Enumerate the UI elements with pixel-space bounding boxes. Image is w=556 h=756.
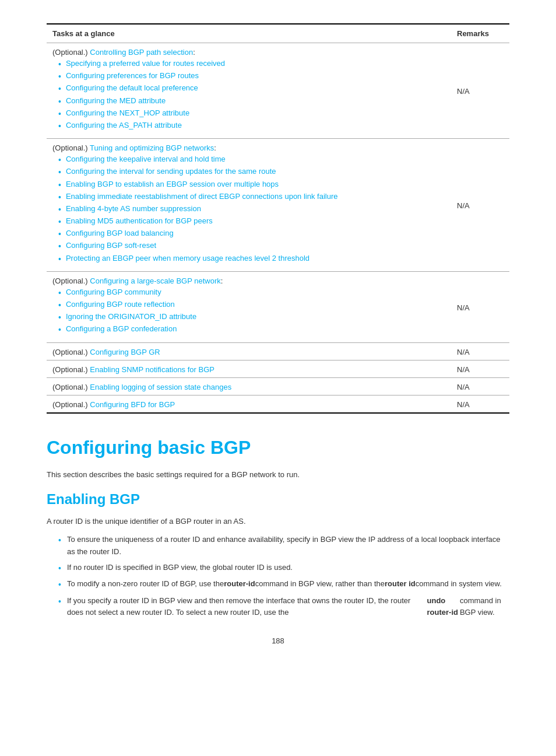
task-bullet-list: Configuring BGP communityConfiguring BGP… — [52, 288, 445, 335]
body-text-span: To modify a non-zero router ID of BGP, u… — [67, 578, 224, 590]
task-header: (Optional.) Enabling SNMP notifications … — [52, 365, 445, 374]
task-cell: (Optional.) Configuring BFD for BGP — [47, 395, 451, 413]
bullet-link[interactable]: Configuring the interval for sending upd… — [66, 167, 276, 176]
bullet-link[interactable]: Specifying a preferred value for routes … — [66, 59, 225, 68]
list-item: To modify a non-zero router ID of BGP, u… — [47, 578, 509, 591]
task-header: (Optional.) Enabling logging of session … — [52, 383, 445, 391]
bullet-link[interactable]: Ignoring the ORIGINATOR_ID attribute — [66, 312, 196, 321]
task-link[interactable]: Controlling BGP path selection — [90, 48, 193, 57]
bullet-link[interactable]: Enabling MD5 authentication for BGP peer… — [66, 216, 213, 225]
list-item: To ensure the uniqueness of a router ID … — [47, 534, 509, 558]
table-row: (Optional.) Enabling logging of session … — [47, 377, 509, 395]
remarks-cell: N/A — [451, 139, 509, 272]
task-cell: (Optional.) Configuring BGP GR — [47, 342, 451, 360]
bullet-link[interactable]: Configuring BGP load balancing — [66, 229, 174, 237]
list-item: Configuring BGP soft-reset — [52, 241, 445, 251]
bullet-link[interactable]: Configuring the default local preference — [66, 83, 198, 92]
list-item: Configuring the interval for sending upd… — [52, 167, 445, 177]
remarks-cell: N/A — [451, 342, 509, 360]
remarks-cell: N/A — [451, 271, 509, 342]
list-item: If you specify a router ID in BGP view a… — [47, 595, 509, 620]
table-row: (Optional.) Configuring BFD for BGPN/A — [47, 395, 509, 413]
table-row: (Optional.) Configuring BGP GRN/A — [47, 342, 509, 360]
bullet-link[interactable]: Enabling 4-byte AS number suppression — [66, 204, 201, 213]
list-item: Enabling MD5 authentication for BGP peer… — [52, 216, 445, 227]
list-item: Configuring the default local preference — [52, 83, 445, 94]
enabling-bgp-intro: A router ID is the unique identifier of … — [47, 516, 509, 528]
task-prefix: (Optional.) — [52, 383, 90, 391]
bullet-link[interactable]: Configuring BGP route reflection — [66, 300, 175, 309]
list-item: Configuring the NEXT_HOP attribute — [52, 108, 445, 119]
bullet-link[interactable]: Enabling BGP to establish an EBGP sessio… — [66, 180, 279, 188]
bullet-link[interactable]: Configuring a BGP confederation — [66, 324, 177, 333]
tasks-table: Tasks at a glance Remarks (Optional.) Co… — [47, 23, 509, 414]
list-item: Enabling immediate reestablishment of di… — [52, 192, 445, 202]
list-item: Enabling BGP to establish an EBGP sessio… — [52, 180, 445, 190]
list-item: Configuring a BGP confederation — [52, 324, 445, 335]
body-text-span: If no router ID is specified in BGP view… — [67, 562, 293, 574]
list-item: Protecting an EBGP peer when memory usag… — [52, 254, 445, 264]
bullet-link[interactable]: Configuring the keepalive interval and h… — [66, 155, 226, 163]
bullet-link[interactable]: Configuring BGP soft-reset — [66, 241, 156, 250]
table-row: (Optional.) Controlling BGP path selecti… — [47, 43, 509, 139]
bold-text: router-id — [224, 578, 255, 590]
task-suffix: : — [214, 144, 216, 152]
task-cell: (Optional.) Controlling BGP path selecti… — [47, 43, 451, 139]
page-container: Tasks at a glance Remarks (Optional.) Co… — [0, 0, 556, 680]
bullet-link[interactable]: Configuring the NEXT_HOP attribute — [66, 108, 189, 117]
task-prefix: (Optional.) — [52, 48, 90, 57]
task-suffix: : — [193, 48, 195, 57]
task-link[interactable]: Configuring BFD for BGP — [90, 400, 175, 409]
main-section-description: This section describes the basic setting… — [47, 469, 509, 481]
task-cell: (Optional.) Enabling logging of session … — [47, 377, 451, 395]
remarks-cell: N/A — [451, 377, 509, 395]
list-item: Ignoring the ORIGINATOR_ID attribute — [52, 312, 445, 323]
task-cell: (Optional.) Tuning and optimizing BGP ne… — [47, 139, 451, 272]
list-item: Configuring BGP community — [52, 288, 445, 298]
list-item: Configuring the keepalive interval and h… — [52, 155, 445, 165]
table-row: (Optional.) Configuring a large-scale BG… — [47, 271, 509, 342]
body-text-span: To ensure the uniqueness of a router ID … — [67, 534, 509, 558]
task-suffix: : — [221, 276, 223, 285]
task-link[interactable]: Enabling SNMP notifications for BGP — [90, 365, 214, 374]
table-row: (Optional.) Tuning and optimizing BGP ne… — [47, 139, 509, 272]
task-prefix: (Optional.) — [52, 365, 90, 374]
list-item: Enabling 4-byte AS number suppression — [52, 204, 445, 215]
task-header: (Optional.) Configuring BGP GR — [52, 348, 445, 356]
sub-heading: Enabling BGP — [47, 491, 509, 508]
remarks-cell: N/A — [451, 395, 509, 413]
bullet-link[interactable]: Configuring BGP community — [66, 288, 161, 296]
task-prefix: (Optional.) — [52, 144, 90, 152]
bullet-link[interactable]: Configuring the MED attribute — [66, 96, 166, 105]
task-link[interactable]: Configuring BGP GR — [90, 348, 160, 356]
task-prefix: (Optional.) — [52, 400, 90, 409]
list-item: Configuring BGP load balancing — [52, 229, 445, 239]
list-item: Configuring the MED attribute — [52, 96, 445, 107]
list-item: Configuring preferences for BGP routes — [52, 71, 445, 82]
table-row: (Optional.) Enabling SNMP notifications … — [47, 360, 509, 377]
task-bullet-list: Specifying a preferred value for routes … — [52, 59, 445, 131]
bold-text: router id — [385, 578, 416, 590]
list-item: If no router ID is specified in BGP view… — [47, 562, 509, 575]
task-header: (Optional.) Controlling BGP path selecti… — [52, 48, 445, 57]
task-link[interactable]: Enabling logging of session state change… — [90, 383, 231, 391]
task-link[interactable]: Configuring a large-scale BGP network — [90, 276, 221, 285]
bullet-link[interactable]: Configuring preferences for BGP routes — [66, 71, 199, 80]
bullet-link[interactable]: Configuring the AS_PATH attribute — [66, 121, 182, 130]
task-cell: (Optional.) Configuring a large-scale BG… — [47, 271, 451, 342]
remarks-cell: N/A — [451, 360, 509, 377]
body-text-span: If you specify a router ID in BGP view a… — [67, 595, 427, 620]
main-heading: Configuring basic BGP — [47, 437, 509, 459]
bullet-link[interactable]: Enabling immediate reestablishment of di… — [66, 192, 338, 201]
bullet-link[interactable]: Protecting an EBGP peer when memory usag… — [66, 254, 309, 262]
task-header: (Optional.) Configuring a large-scale BG… — [52, 276, 445, 285]
enabling-bgp-list: To ensure the uniqueness of a router ID … — [47, 534, 509, 619]
bold-text: undo router-id — [427, 595, 460, 620]
task-link[interactable]: Tuning and optimizing BGP networks — [90, 144, 214, 152]
col2-header: Remarks — [451, 24, 509, 43]
list-item: Specifying a preferred value for routes … — [52, 59, 445, 69]
body-text-span: command in BGP view. — [460, 595, 509, 620]
task-cell: (Optional.) Enabling SNMP notifications … — [47, 360, 451, 377]
body-text-span: command in BGP view, rather than the — [255, 578, 385, 590]
task-prefix: (Optional.) — [52, 276, 90, 285]
